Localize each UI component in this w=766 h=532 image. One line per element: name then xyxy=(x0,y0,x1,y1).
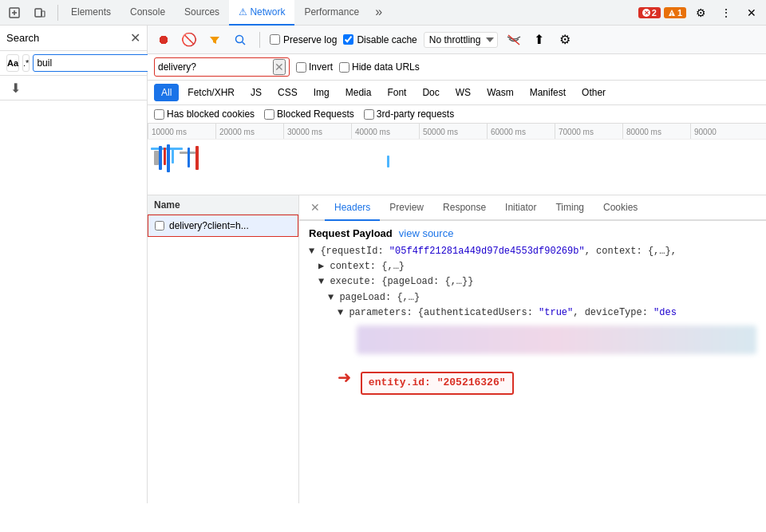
request-row[interactable]: delivery?client=h... xyxy=(148,215,298,237)
sidebar-content xyxy=(0,100,147,503)
type-btn-css[interactable]: CSS xyxy=(270,84,305,101)
sidebar-header: Search ✕ xyxy=(0,26,147,51)
type-btn-manifest[interactable]: Manifest xyxy=(523,84,573,101)
svg-text:!: ! xyxy=(671,10,673,16)
ruler-mark-5: 60000 ms xyxy=(487,124,555,140)
type-btn-img[interactable]: Img xyxy=(306,84,337,101)
sidebar-title: Search xyxy=(6,32,39,44)
detail-tabs: ✕ Headers Preview Response Initiator Tim… xyxy=(299,195,766,221)
detail-tab-cookies[interactable]: Cookies xyxy=(594,195,647,221)
has-blocked-cookies-label[interactable]: Has blocked cookies xyxy=(154,108,255,120)
network-offline-btn[interactable] xyxy=(504,30,523,49)
upload-btn[interactable]: ⬆ xyxy=(530,30,549,49)
settings-btn[interactable]: ⚙ xyxy=(689,2,712,24)
tab-performance[interactable]: Performance xyxy=(294,0,369,26)
tree-line-0: ▼ {requestId: "05f4ff21281a449d97de4553d… xyxy=(309,244,756,259)
filter-bar: ✕ Invert Hide data URLs xyxy=(148,54,766,81)
sidebar-download-tools: ⬇ xyxy=(0,76,147,100)
type-btn-wasm[interactable]: Wasm xyxy=(480,84,521,101)
ruler-mark-1: 20000 ms xyxy=(215,124,283,140)
record-btn[interactable]: ⏺ xyxy=(154,30,173,49)
sidebar-tools: Aa .* ↺ 🚫 xyxy=(0,51,147,76)
payload-header: Request Payload view source xyxy=(309,227,756,239)
preserve-log-label[interactable]: Preserve log xyxy=(270,34,337,45)
network-settings-btn[interactable]: ⚙ xyxy=(555,30,574,49)
separator xyxy=(57,5,58,21)
hide-data-urls-label[interactable]: Hide data URLs xyxy=(339,61,420,73)
sidebar-search: Search ✕ Aa .* ↺ 🚫 ⬇ xyxy=(0,26,148,503)
sidebar-close-btn[interactable]: ✕ xyxy=(130,30,140,45)
view-source-link[interactable]: view source xyxy=(399,227,454,239)
more-options-btn[interactable]: ⋮ xyxy=(715,2,737,24)
third-party-requests-label[interactable]: 3rd-party requests xyxy=(364,108,454,120)
filter-input-wrap: ✕ xyxy=(154,57,290,77)
inspect-element-btn[interactable] xyxy=(3,2,26,24)
detail-close-btn[interactable]: ✕ xyxy=(306,195,325,221)
sidebar-search-input[interactable] xyxy=(33,54,160,72)
detail-tab-response[interactable]: Response xyxy=(433,195,496,221)
arrow-icon: ➜ xyxy=(338,362,351,398)
download-btn[interactable]: ⬇ xyxy=(6,79,24,97)
detail-tab-initiator[interactable]: Initiator xyxy=(496,195,546,221)
throttle-select[interactable]: No throttling xyxy=(424,32,498,48)
hide-data-urls-checkbox[interactable] xyxy=(339,62,349,73)
has-blocked-cookies-checkbox[interactable] xyxy=(154,109,164,120)
timeline-area: 10000 ms 20000 ms 30000 ms 40000 ms 5000… xyxy=(148,124,766,195)
clear-btn[interactable]: 🚫 xyxy=(180,30,199,49)
wf-bar-4 xyxy=(167,144,170,172)
request-row-checkbox[interactable] xyxy=(155,221,164,231)
filter-clear-btn[interactable]: ✕ xyxy=(273,59,286,75)
blocked-requests-label[interactable]: Blocked Requests xyxy=(264,108,354,120)
type-btn-doc[interactable]: Doc xyxy=(415,84,446,101)
type-btn-other[interactable]: Other xyxy=(574,84,613,101)
close-devtools-btn[interactable]: ✕ xyxy=(740,2,763,24)
tab-more[interactable]: » xyxy=(369,0,389,26)
tab-sources[interactable]: Sources xyxy=(175,0,229,26)
ruler-mark-8: 90000 xyxy=(690,124,730,140)
type-btn-ws[interactable]: WS xyxy=(448,84,478,101)
tab-network[interactable]: ⚠ Network xyxy=(229,0,294,26)
timeline-ruler: 10000 ms 20000 ms 30000 ms 40000 ms 5000… xyxy=(148,124,766,140)
filter-input[interactable] xyxy=(158,58,270,76)
wf-bar-3 xyxy=(164,148,166,165)
ruler-mark-7: 80000 ms xyxy=(622,124,690,140)
entity-id-row: ➜ entity.id: "205216326" xyxy=(309,359,756,401)
payload-tree: ▼ {requestId: "05f4ff21281a449d97de4553d… xyxy=(309,244,756,401)
svg-rect-1 xyxy=(35,9,41,17)
wf-bar-7 xyxy=(188,148,190,167)
arrow-row: ➜ entity.id: "205216326" xyxy=(338,359,756,401)
tab-bar-left-controls xyxy=(3,2,61,24)
search-toggle-btn[interactable] xyxy=(231,30,250,49)
tree-line-1: ▶ context: {,…} xyxy=(309,259,756,274)
type-btn-font[interactable]: Font xyxy=(380,84,413,101)
ruler-mark-2: 30000 ms xyxy=(283,124,351,140)
tab-console[interactable]: Console xyxy=(120,0,175,26)
type-btn-all[interactable]: All xyxy=(154,84,179,101)
filter-btn[interactable] xyxy=(205,30,224,49)
ruler-mark-4: 50000 ms xyxy=(419,124,487,140)
device-toolbar-btn[interactable] xyxy=(29,2,51,24)
error-badge: ✕ 2 xyxy=(638,7,661,18)
blocked-requests-checkbox[interactable] xyxy=(264,109,274,120)
regex-btn[interactable]: .* xyxy=(22,54,30,72)
detail-tab-timing[interactable]: Timing xyxy=(546,195,594,221)
preserve-log-checkbox[interactable] xyxy=(270,34,280,45)
detail-tab-preview[interactable]: Preview xyxy=(380,195,433,221)
disable-cache-checkbox[interactable] xyxy=(343,34,353,45)
third-party-requests-checkbox[interactable] xyxy=(364,109,374,120)
type-btn-media[interactable]: Media xyxy=(338,84,379,101)
wf-bar-5 xyxy=(172,149,174,164)
entity-id-box: entity.id: "205216326" xyxy=(361,372,514,395)
type-btn-fetch-xhr[interactable]: Fetch/XHR xyxy=(180,84,242,101)
invert-label[interactable]: Invert xyxy=(296,61,333,73)
disable-cache-label[interactable]: Disable cache xyxy=(343,34,417,45)
detail-tab-headers[interactable]: Headers xyxy=(325,195,380,221)
match-case-btn[interactable]: Aa xyxy=(6,54,19,72)
network-toolbar: ⏺ 🚫 Preserve log Disable cache No thrott… xyxy=(148,26,766,54)
invert-checkbox[interactable] xyxy=(296,62,306,73)
type-btn-js[interactable]: JS xyxy=(243,84,269,101)
extra-filters: Has blocked cookies Blocked Requests 3rd… xyxy=(148,105,766,124)
tab-elements[interactable]: Elements xyxy=(61,0,120,26)
payload-section: Request Payload view source ▼ {requestId… xyxy=(309,227,756,401)
request-name: delivery?client=h... xyxy=(169,220,249,231)
